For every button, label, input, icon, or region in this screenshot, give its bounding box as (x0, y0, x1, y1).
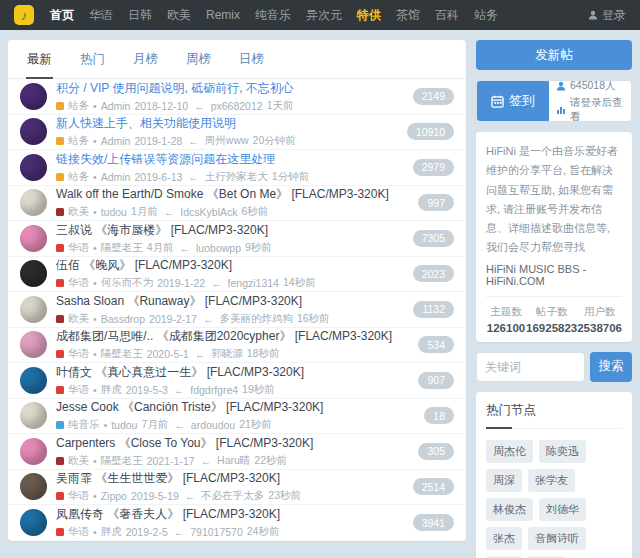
avatar[interactable] (20, 260, 47, 287)
last-reply-user[interactable]: IdcsKyblAck (180, 206, 237, 218)
avatar[interactable] (20, 473, 47, 500)
category-label[interactable]: 欧美 (68, 205, 89, 219)
thread-row[interactable]: ⚑凤凰传奇 《奢香夫人》 [FLAC/MP3-320K] 华语 • 胖虎 201… (8, 505, 466, 541)
nav-item[interactable]: 日韩 (128, 7, 152, 24)
thread-row[interactable]: ⚑叶倩文 《真心真意过一生》 [FLAC/MP3-320K] 华语 • 胖虎 2… (8, 363, 466, 399)
thread-title[interactable]: ⚑三叔说 《海市蜃楼》 [FLAC/MP3-320K] (56, 222, 404, 239)
site-logo[interactable]: ♪ (14, 5, 34, 25)
node-tag[interactable]: 张杰 (486, 527, 522, 550)
signin-hint[interactable]: 请登录后查看 (556, 96, 624, 123)
category-label[interactable]: 华语 (68, 276, 89, 290)
category-label[interactable]: 站务 (68, 170, 89, 184)
avatar[interactable] (20, 367, 47, 394)
node-tag[interactable]: 刘德华 (539, 498, 586, 521)
node-tag[interactable]: 周深 (486, 469, 522, 492)
search-input[interactable] (476, 352, 585, 382)
thread-title[interactable]: ⚑凤凰传奇 《奢香夫人》 [FLAC/MP3-320K] (56, 506, 404, 523)
node-tag[interactable]: 陈奕迅 (539, 440, 586, 463)
nav-item[interactable]: 站务 (474, 7, 498, 24)
node-tag[interactable]: 周杰伦 (486, 440, 533, 463)
tab[interactable]: 周榜 (185, 40, 212, 79)
signin-button[interactable]: 签到 (477, 81, 549, 121)
nav-item[interactable]: 华语 (89, 7, 113, 24)
author[interactable]: Admin (101, 135, 131, 147)
login-button[interactable]: 登录 (588, 7, 626, 24)
thread-title[interactable]: ⚑Jesse Cook 《Canción Triste》 [FLAC/MP3-3… (56, 399, 415, 416)
tab[interactable]: 热门 (79, 40, 106, 79)
last-reply-user[interactable]: 多美丽的炸鸡狗 (219, 312, 293, 326)
last-reply-user[interactable]: luobowpp (196, 242, 241, 254)
thread-row[interactable]: ⚑吴雨霏 《生生世世爱》 [FLAC/MP3-320K] 华语 • Zippo … (8, 470, 466, 506)
nav-item[interactable]: 纯音乐 (255, 7, 291, 24)
avatar[interactable] (20, 296, 47, 323)
avatar[interactable] (20, 225, 47, 252)
thread-title[interactable]: ⚑Walk off the Earth/D Smoke 《Bet On Me》 … (56, 186, 409, 203)
author[interactable]: Bassdrop (101, 313, 145, 325)
last-reply-user[interactable]: 郭晓源 (211, 347, 243, 361)
author[interactable]: Zippo (101, 490, 127, 502)
avatar[interactable] (20, 509, 47, 536)
nav-item[interactable]: Remix (206, 8, 240, 22)
author[interactable]: tudou (101, 206, 127, 218)
nav-item[interactable]: 欧美 (167, 7, 191, 24)
thread-row[interactable]: ⚑Walk off the Earth/D Smoke 《Bet On Me》 … (8, 186, 466, 222)
category-label[interactable]: 纯音乐 (68, 418, 100, 432)
author[interactable]: Admin (101, 171, 131, 183)
nav-item[interactable]: 首页 (50, 7, 74, 24)
last-reply-user[interactable]: ardoudou (191, 419, 235, 431)
node-tag[interactable]: 林俊杰 (486, 498, 533, 521)
new-post-button[interactable]: 发新帖 (476, 40, 632, 70)
thread-row[interactable]: ⚑积分 / VIP 使用问题说明, 砥砺前行, 不忘初心 站务 • Admin … (8, 79, 466, 115)
last-reply-user[interactable]: fdgdrfgre4 (190, 384, 238, 396)
thread-title[interactable]: ⚑成都集团/马思唯/.. 《成都集团2020cypher》 [FLAC/MP3-… (56, 328, 409, 345)
category-label[interactable]: 站务 (68, 134, 89, 148)
last-reply-user[interactable]: 不必在乎太多 (201, 489, 264, 503)
last-reply-user[interactable]: 土行孙家老大 (205, 170, 268, 184)
avatar[interactable] (20, 331, 47, 358)
category-label[interactable]: 欧美 (68, 454, 89, 468)
node-tag[interactable]: 音阙诗听 (528, 527, 586, 550)
thread-title[interactable]: ⚑叶倩文 《真心真意过一生》 [FLAC/MP3-320K] (56, 364, 409, 381)
nav-item[interactable]: 茶馆 (396, 7, 420, 24)
last-reply-user[interactable]: px6682012 (211, 100, 263, 112)
author[interactable]: 隔壁老王 (101, 241, 143, 255)
thread-title[interactable]: ⚑积分 / VIP 使用问题说明, 砥砺前行, 不忘初心 (56, 80, 404, 97)
avatar[interactable] (20, 402, 47, 429)
thread-title[interactable]: ⚑Sasha Sloan 《Runaway》 [FLAC/MP3-320K] (56, 293, 404, 310)
author[interactable]: 何乐而不为 (101, 276, 154, 290)
thread-title[interactable]: ⚑伍佰 《晚风》 [FLAC/MP3-320K] (56, 257, 404, 274)
category-label[interactable]: 华语 (68, 347, 89, 361)
thread-row[interactable]: ⚑三叔说 《海市蜃楼》 [FLAC/MP3-320K] 华语 • 隔壁老王 4月… (8, 221, 466, 257)
tab[interactable]: 日榜 (238, 40, 265, 79)
last-reply-user[interactable]: 周州www (205, 134, 249, 148)
category-label[interactable]: 华语 (68, 383, 89, 397)
avatar[interactable] (20, 83, 47, 110)
thread-row[interactable]: ⚑Carpenters 《Close To You》 [FLAC/MP3-320… (8, 434, 466, 470)
thread-title[interactable]: ⚑吴雨霏 《生生世世爱》 [FLAC/MP3-320K] (56, 470, 404, 487)
thread-row[interactable]: ⚑Sasha Sloan 《Runaway》 [FLAC/MP3-320K] 欧… (8, 292, 466, 328)
category-label[interactable]: 站务 (68, 99, 89, 113)
author[interactable]: Admin (101, 100, 131, 112)
author[interactable]: 胖虎 (101, 525, 122, 539)
author[interactable]: 隔壁老王 (101, 454, 143, 468)
avatar[interactable] (20, 189, 47, 216)
author[interactable]: 胖虎 (101, 383, 122, 397)
category-label[interactable]: 华语 (68, 489, 89, 503)
thread-title[interactable]: ⚑新人快速上手、相关功能使用说明 (56, 115, 398, 132)
category-label[interactable]: 华语 (68, 241, 89, 255)
nav-item[interactable]: 特供 (357, 7, 381, 24)
avatar[interactable] (20, 154, 47, 181)
avatar[interactable] (20, 118, 47, 145)
last-reply-user[interactable]: Haru晴 (217, 454, 250, 468)
thread-row[interactable]: ⚑Jesse Cook 《Canción Triste》 [FLAC/MP3-3… (8, 399, 466, 435)
last-reply-user[interactable]: fengzi1314 (228, 277, 279, 289)
category-label[interactable]: 华语 (68, 525, 89, 539)
thread-row[interactable]: ⚑新人快速上手、相关功能使用说明 站务 • Admin 2019-1-28 ← … (8, 115, 466, 151)
thread-row[interactable]: ⚑链接失效/上传错误等资源问题在这里处理 站务 • Admin 2019-6-1… (8, 150, 466, 186)
nav-item[interactable]: 异次元 (306, 7, 342, 24)
author[interactable]: tudou (111, 419, 137, 431)
nav-item[interactable]: 百科 (435, 7, 459, 24)
thread-row[interactable]: ⚑伍佰 《晚风》 [FLAC/MP3-320K] 华语 • 何乐而不为 2019… (8, 257, 466, 293)
tab[interactable]: 最新 (26, 40, 53, 79)
thread-row[interactable]: ⚑成都集团/马思唯/.. 《成都集团2020cypher》 [FLAC/MP3-… (8, 328, 466, 364)
